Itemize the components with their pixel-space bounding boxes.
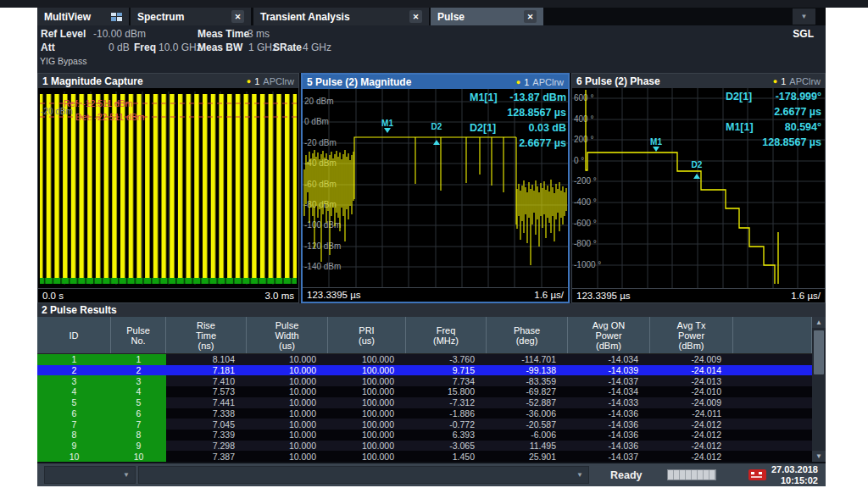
trace-dot-icon: ●	[773, 77, 777, 86]
panel-title-bar[interactable]: 5 Pulse (2) Magnitude ● 1 APClrw	[303, 75, 568, 89]
column-header-pulse-no[interactable]: Pulse No.	[111, 317, 166, 353]
meas-time-value[interactable]: 3 ms	[248, 28, 270, 40]
cell	[733, 386, 812, 397]
y-tick-label: -140 dBm	[304, 262, 341, 271]
cell: 1	[111, 354, 166, 365]
cell: -14.034	[568, 386, 650, 397]
marker-m1-label[interactable]: M1	[650, 137, 662, 147]
table-row[interactable]: 777.04510.000100.000-0.772-20.587-14.036…	[37, 419, 812, 430]
panel-magnitude-capture[interactable]: 1 Magnitude Capture ● 1 APClrw	[37, 73, 299, 303]
status-message-dropdown[interactable]: ▼	[138, 466, 589, 484]
tab-overflow-dropdown[interactable]: ▼	[793, 8, 815, 25]
marker-d2-label[interactable]: D2	[692, 160, 703, 169]
x-axis-strip: 0.0 s 3.0 ms	[38, 288, 298, 302]
cell: 8.104	[166, 354, 247, 365]
table-row[interactable]: 10107.38710.000100.0001.45025.901-14.037…	[37, 451, 812, 462]
panel-pulse-phase[interactable]: 6 Pulse (2) Phase ● 1 APClrw	[571, 73, 826, 303]
column-header-pulse-width[interactable]: Pulse Width (us)	[247, 317, 328, 353]
cell: 10.000	[247, 451, 328, 462]
table-scrollbar[interactable]: ▲ ▼	[812, 317, 826, 462]
marker-triangle-icon[interactable]	[384, 128, 391, 133]
marker-triangle-icon[interactable]	[693, 174, 700, 179]
table-row[interactable]: 227.18110.000100.0009.715-99.138-14.039-…	[37, 365, 812, 376]
trace-mode: APClrw	[263, 76, 294, 86]
panel-title-bar[interactable]: 6 Pulse (2) Phase ● 1 APClrw	[572, 74, 825, 88]
cell: -14.037	[568, 375, 650, 386]
pulse-results-title[interactable]: 2 Pulse Results	[37, 303, 826, 317]
cell: 7.573	[166, 386, 247, 397]
panel-title-bar[interactable]: 1 Magnitude Capture ● 1 APClrw	[38, 74, 298, 88]
marker-m1-label[interactable]: M1	[381, 119, 393, 128]
cell: 7.181	[166, 365, 247, 376]
det-line-label: Det. -22.511 dBm	[75, 112, 145, 122]
tab-pulse[interactable]: Pulse ✕	[431, 8, 543, 25]
column-header-pri[interactable]: PRI (us)	[328, 317, 406, 353]
cell: -24.013	[650, 375, 733, 386]
table-row[interactable]: 667.33810.000100.000-1.886-36.006-14.036…	[37, 408, 812, 419]
y-tick-label: -600 °	[574, 219, 597, 228]
table-row[interactable]: 337.41010.000100.0007.734-83.359-14.037-…	[37, 375, 812, 386]
cell: 9	[37, 441, 111, 452]
table-row[interactable]: 887.33910.000100.0006.393-6.006-14.036-2…	[37, 430, 812, 441]
cell: 100.000	[328, 419, 406, 430]
cell: 3	[111, 375, 166, 386]
marker-value: 2.6677 µs	[774, 106, 821, 118]
column-header-rise-time[interactable]: Rise Time (ns)	[166, 317, 247, 353]
pulse-results-body: 118.10410.000100.000-3.760-114.701-14.03…	[37, 354, 812, 462]
panel-pulse-magnitude[interactable]: 5 Pulse (2) Magnitude ● 1 APClrw	[301, 73, 570, 303]
status-dropdown-left[interactable]: ▼	[44, 466, 136, 484]
magnitude-capture-chart[interactable]: -20 dBm Ref. -12.511 dBm Det. -22.511 dB…	[38, 88, 298, 288]
close-icon[interactable]: ✕	[409, 10, 422, 23]
tab-transient-analysis[interactable]: Transient Analysis ✕	[253, 8, 429, 25]
column-header-id[interactable]: ID	[37, 317, 111, 353]
cell: 100.000	[328, 451, 406, 462]
marker-triangle-icon[interactable]	[653, 147, 659, 152]
trace-badge: ● 1 APClrw	[773, 76, 821, 86]
att-label[interactable]: Att	[41, 42, 55, 53]
pulse-magnitude-chart[interactable]: 20 dBm 0 dBm -20 dBm -40 dBm -60 dBm -80…	[303, 89, 568, 287]
srate-value[interactable]: 4 GHz	[303, 42, 331, 53]
table-row[interactable]: 447.57310.000100.00015.800-69.827-14.034…	[37, 386, 812, 397]
measurement-settings-bar: Ref Level -10.00 dBm Meas Time 3 ms SGL …	[37, 25, 826, 73]
tab-multiview[interactable]: MultiView	[37, 8, 129, 25]
freq-label[interactable]: Freq	[134, 42, 156, 53]
phase-trace	[586, 90, 778, 284]
meas-time-label[interactable]: Meas Time	[198, 28, 249, 40]
chevron-up-icon[interactable]: ▲	[812, 317, 826, 328]
scrollbar-thumb[interactable]	[814, 330, 824, 374]
y-tick-label: -200 °	[574, 176, 597, 186]
marker-triangle-icon[interactable]	[433, 140, 440, 145]
pulse-phase-chart[interactable]: 600 ° 400 ° 200 ° 0 ° -200 ° -400 ° -600…	[572, 88, 825, 288]
cell: 100.000	[328, 441, 406, 452]
marker-d2-label[interactable]: D2	[431, 122, 442, 131]
status-time: 10:15:02	[771, 475, 818, 486]
srate-label[interactable]: SRate	[273, 42, 302, 53]
chevron-down-icon: ▼	[801, 13, 808, 20]
table-row[interactable]: 118.10410.000100.000-3.760-114.701-14.03…	[37, 354, 812, 365]
column-header-avg-on-power[interactable]: Avg ON Power (dBm)	[568, 317, 650, 353]
meas-bw-label[interactable]: Meas BW	[198, 42, 242, 53]
cell: 7.339	[166, 430, 247, 441]
cell: -114.701	[487, 354, 568, 365]
ref-level-label[interactable]: Ref Level	[41, 28, 86, 40]
chevron-down-icon[interactable]: ▼	[812, 451, 826, 462]
close-icon[interactable]: ✕	[524, 10, 537, 23]
x-axis-scale: 1.6 µs/	[534, 290, 564, 300]
column-header-phase[interactable]: Phase (deg)	[487, 317, 568, 353]
yig-bypass-label: YIG Bypass	[40, 56, 86, 66]
cell: 100.000	[328, 365, 406, 376]
ref-level-value[interactable]: -10.00 dBm	[93, 28, 146, 40]
cell: 10.000	[247, 397, 328, 408]
column-header-freq[interactable]: Freq (MHz)	[406, 317, 487, 353]
close-icon[interactable]: ✕	[231, 10, 244, 23]
table-row[interactable]: 557.44110.000100.000-7.312-52.887-14.033…	[37, 397, 812, 408]
column-header-avg-tx-power[interactable]: Avg Tx Power (dBm)	[650, 317, 733, 353]
tab-bar: MultiView Spectrum ✕ Transient Analysis …	[37, 8, 826, 25]
att-value[interactable]: 0 dB	[108, 42, 130, 53]
cell: 11.495	[487, 441, 568, 452]
freq-value[interactable]: 10.0 GHz	[159, 42, 202, 53]
cell: 6.393	[406, 430, 487, 441]
tab-spectrum[interactable]: Spectrum ✕	[131, 8, 251, 25]
cell: 9.715	[406, 365, 487, 376]
table-row[interactable]: 997.29810.000100.000-3.06511.495-14.036-…	[37, 441, 812, 452]
